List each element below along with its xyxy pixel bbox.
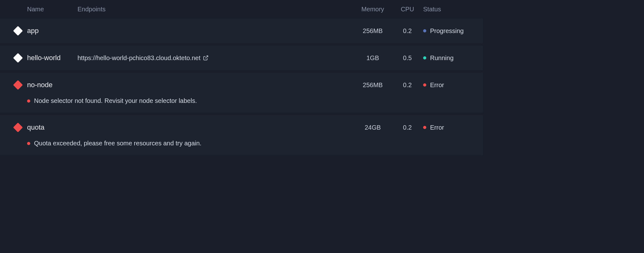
error-message: Node selector not found. Revisit your no… <box>34 97 197 104</box>
cpu-value: 0.2 <box>392 82 423 89</box>
status-dot-icon <box>423 126 426 129</box>
status-cell: Running <box>423 54 483 62</box>
table-header: Name Endpoints Memory CPU Status <box>0 0 483 19</box>
table-row[interactable]: app 256MB 0.2 Progressing <box>0 19 483 43</box>
error-dot-icon <box>27 99 30 103</box>
table-row[interactable]: quota 24GB 0.2 Error Quota exceeded, ple… <box>0 115 483 155</box>
status-diamond-icon <box>0 27 27 34</box>
memory-value: 256MB <box>354 27 392 35</box>
deployments-table: Name Endpoints Memory CPU Status app 256… <box>0 0 483 155</box>
status-dot-icon <box>423 29 426 32</box>
error-dot-icon <box>27 142 30 145</box>
cpu-value: 0.2 <box>392 124 423 131</box>
status-diamond-icon <box>0 82 27 88</box>
status-label: Error <box>430 82 444 89</box>
status-diamond-icon <box>0 124 27 131</box>
deployment-name: app <box>27 27 78 35</box>
cpu-value: 0.5 <box>392 54 423 62</box>
memory-value: 24GB <box>354 124 392 131</box>
endpoint-link[interactable]: https://hello-world-pchico83.cloud.oktet… <box>78 54 200 62</box>
status-label: Error <box>430 124 444 131</box>
header-cpu: CPU <box>392 6 423 13</box>
table-row[interactable]: no-node 256MB 0.2 Error Node selector no… <box>0 73 483 113</box>
status-diamond-icon <box>0 54 27 61</box>
header-status: Status <box>423 6 483 13</box>
memory-value: 256MB <box>354 82 392 89</box>
status-label: Progressing <box>430 27 464 35</box>
status-cell: Error <box>423 82 483 89</box>
header-memory: Memory <box>354 6 392 13</box>
status-cell: Error <box>423 124 483 131</box>
error-message: Quota exceeded, please free some resourc… <box>34 140 201 147</box>
status-cell: Progressing <box>423 27 483 35</box>
error-detail: Quota exceeded, please free some resourc… <box>0 140 483 155</box>
memory-value: 1GB <box>354 54 392 62</box>
endpoint-cell: https://hello-world-pchico83.cloud.oktet… <box>78 54 354 62</box>
svg-line-0 <box>205 56 208 58</box>
status-label: Running <box>430 54 454 62</box>
deployment-name: hello-world <box>27 54 78 62</box>
deployment-name: no-node <box>27 81 78 89</box>
deployment-name: quota <box>27 123 78 132</box>
cpu-value: 0.2 <box>392 27 423 35</box>
error-detail: Node selector not found. Revisit your no… <box>0 97 483 113</box>
status-dot-icon <box>423 83 426 87</box>
external-link-icon[interactable] <box>203 55 209 61</box>
status-dot-icon <box>423 56 426 59</box>
header-name: Name <box>27 6 78 13</box>
header-endpoints: Endpoints <box>78 6 354 13</box>
table-row[interactable]: hello-world https://hello-world-pchico83… <box>0 46 483 70</box>
